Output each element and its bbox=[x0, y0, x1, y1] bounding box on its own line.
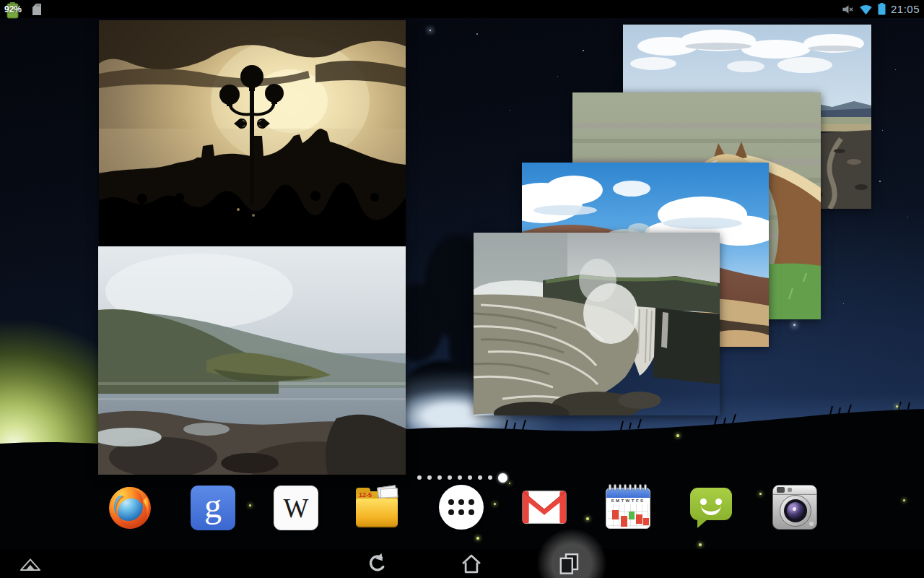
page-dot bbox=[458, 475, 462, 480]
app-drawer-icon bbox=[439, 485, 484, 530]
dock-item-calendar[interactable]: SMTWTFS bbox=[606, 484, 652, 530]
recents-button[interactable] bbox=[543, 549, 595, 578]
home-button[interactable] bbox=[445, 549, 497, 578]
dock-item-wikipedia[interactable]: W bbox=[274, 486, 320, 532]
page-dot bbox=[427, 475, 432, 480]
dock-item-file-manager[interactable]: 12-5 bbox=[354, 486, 401, 532]
page-dot-active bbox=[498, 473, 507, 483]
battery-percent-label: 92% bbox=[4, 4, 22, 14]
folder-icon: 12-5 bbox=[354, 487, 401, 530]
page-dot bbox=[417, 475, 422, 480]
calendar-weekday-letters: SMTWTFS bbox=[606, 499, 650, 503]
dock-item-gmail[interactable] bbox=[522, 490, 568, 536]
dock-item-firefox[interactable] bbox=[107, 484, 153, 530]
dock-item-google-search[interactable]: g bbox=[191, 486, 237, 532]
folder-label: 12-5 bbox=[359, 491, 372, 499]
photo-glacial-waterfall[interactable] bbox=[474, 233, 720, 415]
google-glyph: g bbox=[204, 488, 222, 523]
status-bar: 92% 21:05 bbox=[0, 0, 924, 18]
calendar-icon: SMTWTFS bbox=[606, 484, 650, 529]
home-screen: g W 12-5 bbox=[0, 0, 924, 578]
hide-navbar-icon bbox=[17, 554, 43, 573]
wikipedia-icon: W bbox=[274, 486, 318, 530]
green-battery-icon: 92% bbox=[4, 1, 22, 17]
gmail-icon bbox=[522, 490, 567, 525]
recents-icon bbox=[557, 552, 580, 575]
page-dot bbox=[437, 475, 442, 480]
page-dot bbox=[478, 475, 482, 480]
messaging-icon bbox=[689, 486, 733, 530]
back-button[interactable] bbox=[350, 549, 402, 578]
photo-sunset-lamppost[interactable] bbox=[99, 20, 406, 246]
dock-item-messaging[interactable] bbox=[689, 486, 735, 532]
calendar-spiral-binding bbox=[609, 484, 648, 491]
dock-item-app-drawer[interactable] bbox=[439, 485, 485, 531]
mute-icon bbox=[841, 4, 854, 15]
sd-card-icon bbox=[32, 3, 42, 16]
wikipedia-glyph: W bbox=[284, 495, 309, 522]
battery-icon bbox=[878, 3, 886, 15]
photo-coastal-fjord[interactable] bbox=[98, 246, 406, 475]
page-dot bbox=[488, 475, 492, 480]
camera-icon bbox=[772, 485, 817, 530]
home-icon bbox=[460, 553, 483, 574]
dock-item-camera[interactable] bbox=[772, 485, 819, 531]
google-icon: g bbox=[191, 486, 235, 530]
page-dot bbox=[468, 475, 472, 480]
hide-navbar-button[interactable] bbox=[4, 549, 56, 578]
navigation-bar bbox=[0, 549, 924, 578]
dock: g W 12-5 bbox=[0, 483, 924, 540]
page-indicator bbox=[417, 471, 507, 484]
back-icon bbox=[365, 553, 387, 574]
wifi-icon bbox=[859, 4, 873, 15]
firefox-icon bbox=[107, 484, 153, 530]
page-dot bbox=[448, 475, 452, 480]
clock-label: 21:05 bbox=[891, 3, 921, 15]
